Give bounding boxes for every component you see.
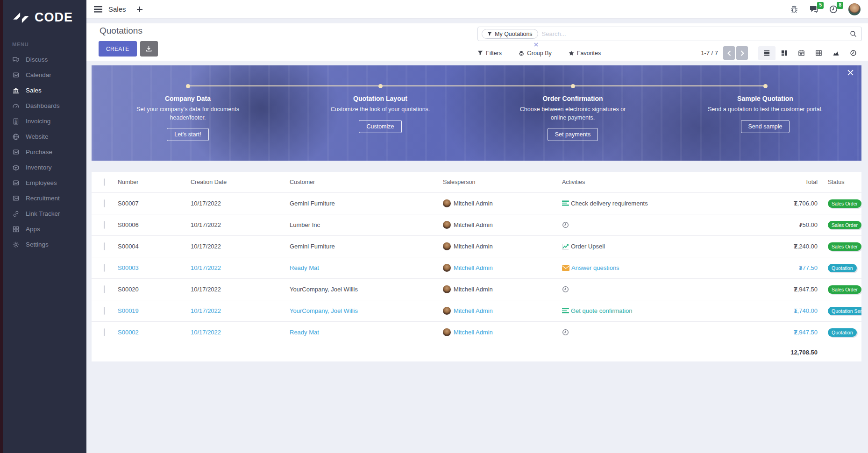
gear-icon — [12, 241, 20, 248]
table-row[interactable]: S00006 10/17/2022 Lumber Inc Mitchell Ad… — [92, 214, 861, 235]
select-all-checkbox[interactable] — [104, 178, 105, 186]
row-checkbox[interactable] — [104, 264, 105, 272]
pager-previous-button[interactable] — [723, 46, 735, 60]
sidebar-item-purchase[interactable]: Purchase — [3, 144, 86, 160]
pivot-view-button[interactable] — [810, 46, 827, 60]
activity-cell[interactable] — [562, 286, 740, 293]
sidebar-item-label: Purchase — [26, 149, 52, 156]
favorites-label: Favorites — [577, 50, 601, 57]
cell-customer: Lumber Inc — [290, 221, 443, 228]
activities-count-badge: 8 — [837, 2, 843, 9]
graph-view-button[interactable] — [827, 46, 845, 60]
chat-icon — [12, 56, 20, 64]
column-header-total[interactable]: Total — [740, 179, 818, 185]
search-icon[interactable] — [850, 30, 857, 37]
row-checkbox[interactable] — [104, 199, 105, 207]
list-view-button[interactable] — [758, 46, 776, 60]
app-title[interactable]: Sales — [108, 5, 126, 13]
row-checkbox[interactable] — [104, 285, 105, 293]
activity-view-button[interactable] — [845, 46, 862, 60]
invoice-icon: $ — [12, 118, 20, 125]
activity-cell[interactable]: Get quote confirmation — [562, 307, 740, 314]
sidebar-item-link-tracker[interactable]: Link Tracker — [3, 206, 86, 221]
tasks-icon — [562, 308, 569, 314]
lets-start-button[interactable]: Let's start! — [167, 128, 208, 141]
search-input[interactable] — [542, 30, 850, 37]
filters-button[interactable]: Filters — [477, 50, 502, 57]
sidebar-item-label: Apps — [26, 226, 40, 233]
column-header-salesperson[interactable]: Salesperson — [443, 179, 562, 185]
activities-clock-icon[interactable]: 8 — [829, 5, 838, 14]
table-row[interactable]: S00004 10/17/2022 Gemini Furniture Mitch… — [92, 235, 861, 257]
column-header-customer[interactable]: Customer — [290, 179, 443, 185]
pager-next-button[interactable] — [736, 46, 748, 60]
user-avatar[interactable] — [848, 3, 861, 15]
activity-cell[interactable]: Order Upsell — [562, 243, 740, 250]
table-row[interactable]: S00007 10/17/2022 Gemini Furniture Mitch… — [92, 192, 861, 214]
column-header-number[interactable]: Number — [118, 179, 191, 185]
kanban-view-icon — [781, 50, 788, 57]
screen-icon — [12, 149, 20, 156]
customize-button[interactable]: Customize — [359, 120, 401, 133]
sidebar-item-website[interactable]: Website — [3, 129, 86, 144]
sidebar-item-employees[interactable]: Employees — [3, 175, 86, 191]
menu-section-label: MENU — [3, 28, 86, 52]
status-badge: Sales Order — [828, 285, 861, 294]
activity-cell[interactable]: Answer questions — [562, 264, 740, 271]
row-checkbox[interactable] — [104, 307, 105, 315]
table-row[interactable]: S00003 10/17/2022 Ready Mat Mitchell Adm… — [92, 257, 861, 278]
list-view-icon — [763, 50, 770, 57]
table-row[interactable]: S00020 10/17/2022 YourCompany, Joel Will… — [92, 278, 861, 300]
table-row[interactable]: S00019 10/17/2022 YourCompany, Joel Will… — [92, 300, 861, 321]
search-bar[interactable]: My Quotations — [477, 27, 862, 41]
sidebar-item-dashboards[interactable]: Dashboards — [3, 98, 86, 113]
activity-label: Answer questions — [571, 264, 619, 271]
activity-cell[interactable]: Check delivery requirements — [562, 200, 740, 207]
create-button[interactable]: CREATE — [99, 41, 137, 57]
step-title: Quotation Layout — [284, 95, 477, 102]
sidebar-item-recruitment[interactable]: Recruitment — [3, 191, 86, 206]
table-header-row: Number Creation Date Customer Salesperso… — [92, 172, 861, 192]
bank-icon — [12, 87, 20, 94]
hamburger-menu-icon[interactable] — [94, 6, 102, 13]
row-checkbox[interactable] — [104, 328, 105, 336]
column-header-status[interactable]: Status — [818, 179, 861, 185]
sidebar-item-discuss[interactable]: Discuss — [3, 52, 86, 67]
filters-label: Filters — [486, 50, 502, 57]
sidebar-item-settings[interactable]: Settings — [3, 237, 86, 252]
row-checkbox[interactable] — [104, 221, 105, 229]
activity-cell[interactable] — [562, 221, 740, 228]
column-header-creation-date[interactable]: Creation Date — [191, 179, 290, 185]
table-row[interactable]: S00002 10/17/2022 Ready Mat Mitchell Adm… — [92, 321, 861, 343]
row-checkbox[interactable] — [104, 242, 105, 250]
sidebar-item-apps[interactable]: Apps — [3, 221, 86, 237]
cell-total: ₮1,740.00 — [740, 307, 818, 314]
cell-number: S00003 — [118, 264, 191, 271]
sidebar-item-invoicing[interactable]: $ Invoicing — [3, 113, 86, 129]
sidebar-item-inventory[interactable]: Inventory — [3, 160, 86, 175]
brand-logo[interactable]: CODE — [3, 0, 86, 28]
banner-close-icon[interactable] — [847, 70, 854, 76]
view-switcher — [758, 46, 862, 60]
activity-cell[interactable] — [562, 329, 740, 336]
add-tab-icon[interactable] — [136, 6, 143, 13]
box-icon — [12, 164, 20, 171]
sidebar-item-label: Settings — [26, 241, 49, 248]
send-sample-button[interactable]: Send sample — [741, 120, 790, 133]
export-button[interactable] — [140, 41, 158, 57]
sidebar-item-calendar[interactable]: Calendar — [3, 67, 86, 83]
calendar-view-button[interactable] — [793, 46, 810, 60]
group-by-button[interactable]: Group By — [519, 50, 552, 57]
messages-icon[interactable]: 5 — [809, 5, 818, 14]
cell-creation-date: 10/17/2022 — [191, 329, 290, 336]
debug-bug-icon[interactable] — [790, 5, 799, 14]
chevron-right-icon — [740, 50, 744, 56]
kanban-view-button[interactable] — [776, 46, 793, 60]
favorites-button[interactable]: Favorites — [569, 50, 601, 57]
step-title: Sample Quotation — [669, 95, 861, 102]
search-facet-chip[interactable]: My Quotations — [482, 29, 538, 39]
set-payments-button[interactable]: Set payments — [548, 128, 598, 141]
sidebar-item-sales[interactable]: Sales — [3, 83, 86, 98]
tasks-icon — [562, 200, 569, 206]
column-header-activities[interactable]: Activities — [562, 179, 740, 185]
